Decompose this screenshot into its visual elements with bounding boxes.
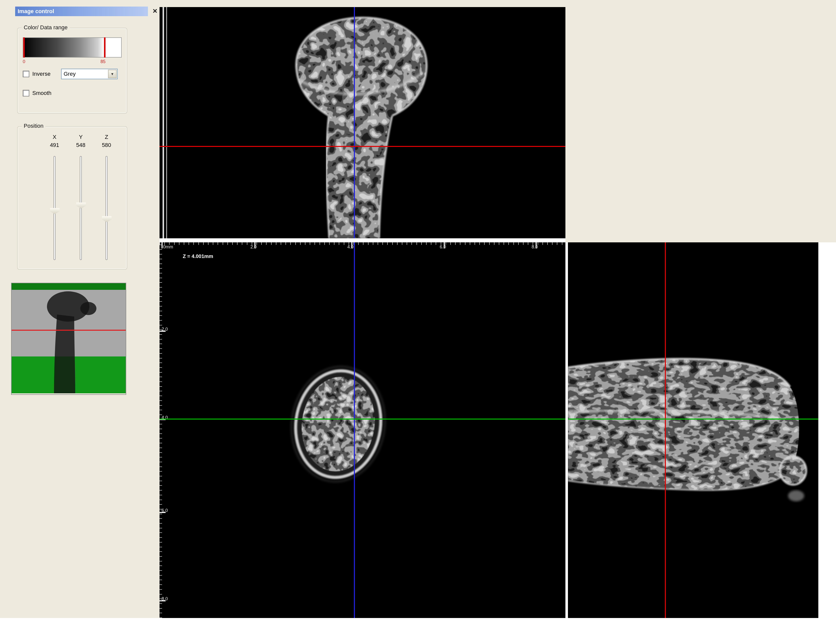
range-max-marker[interactable]	[104, 38, 106, 57]
crosshair-z-green	[160, 418, 565, 420]
crosshair-x-blue	[354, 242, 355, 618]
ruler-label-6: 6.0	[440, 244, 446, 249]
ruler-left-label-8: 8.0	[162, 596, 168, 602]
range-min-value: 0	[23, 59, 25, 64]
y-slider-thumb[interactable]	[76, 203, 86, 209]
panel-titlebar[interactable]: Image control	[15, 7, 148, 16]
position-group-label: Position	[22, 123, 46, 129]
ruler-label-2: 2.0	[250, 244, 257, 249]
z-axis-label: Z	[96, 134, 117, 140]
x-axis-label: X	[44, 134, 65, 140]
panel-title: Image control	[18, 8, 54, 14]
inverse-label: Inverse	[32, 71, 51, 77]
scan-artifact-line	[166, 7, 167, 238]
ruler-major-tick	[162, 242, 163, 248]
range-max-value: 85	[100, 59, 106, 64]
crosshair-y-red	[665, 242, 666, 618]
application-window: Image control ✕ Color/ Data range 0 85 I…	[0, 0, 836, 644]
ruler-left-label-6: 6.0	[162, 508, 168, 513]
palette-dropdown[interactable]: Grey ▼	[61, 69, 118, 79]
range-min-marker[interactable]	[23, 38, 25, 57]
dropdown-arrow-icon[interactable]: ▼	[108, 70, 117, 78]
ruler-label-8: 8.0	[532, 244, 538, 249]
coronal-bone-image	[160, 7, 565, 238]
overview-thumbnail[interactable]	[11, 283, 126, 395]
crosshair-z-green	[568, 418, 818, 420]
scan-artifact-line	[163, 7, 164, 238]
x-slider-thumb[interactable]	[50, 208, 60, 214]
bottom-margin	[0, 618, 836, 644]
color-data-range-group: Color/ Data range 0 85 Inverse Grey ▼ Sm…	[17, 28, 127, 114]
z-position-value: 580	[96, 142, 117, 148]
ruler-left-label-2: 2.0	[162, 327, 168, 332]
palette-selected-value: Grey	[64, 71, 76, 77]
close-icon[interactable]: ✕	[151, 7, 159, 15]
sagittal-bone-image	[568, 242, 818, 618]
crosshair-x-blue	[354, 7, 355, 238]
ruler-ticks-left	[160, 242, 162, 618]
smooth-checkbox[interactable]	[23, 90, 29, 96]
z-position-label: Z = 4.001mm	[183, 253, 213, 259]
x-position-value: 491	[44, 142, 65, 148]
smooth-label: Smooth	[32, 90, 52, 96]
z-slider-thumb[interactable]	[102, 216, 111, 222]
coronal-slice-view[interactable]	[160, 7, 565, 238]
position-group: Position X Y Z 491 548 580	[17, 126, 127, 270]
ruler-label-0mm: 0mm	[163, 244, 173, 249]
sagittal-slice-view[interactable]	[568, 242, 818, 618]
thumbnail-image	[11, 283, 126, 393]
color-range-group-label: Color/ Data range	[22, 24, 70, 30]
ruler-ticks-top	[160, 242, 565, 245]
inverse-checkbox[interactable]	[23, 71, 29, 77]
z-slider-track[interactable]	[106, 156, 108, 260]
ruler-label-4: 4.0	[347, 244, 354, 249]
crosshair-y-red	[160, 146, 565, 147]
axial-bone-image	[160, 242, 565, 618]
view-separator-horizontal	[160, 238, 565, 242]
y-axis-label: Y	[71, 134, 91, 140]
axial-slice-view[interactable]: 0mm 2.0 4.0 6.0 8.0 2.0 4.0 6.0 8.0 Z = …	[160, 242, 565, 618]
y-position-value: 548	[71, 142, 91, 148]
right-margin	[818, 242, 836, 618]
grayscale-range-bar[interactable]	[23, 38, 122, 57]
view-separator-vertical	[565, 242, 568, 618]
